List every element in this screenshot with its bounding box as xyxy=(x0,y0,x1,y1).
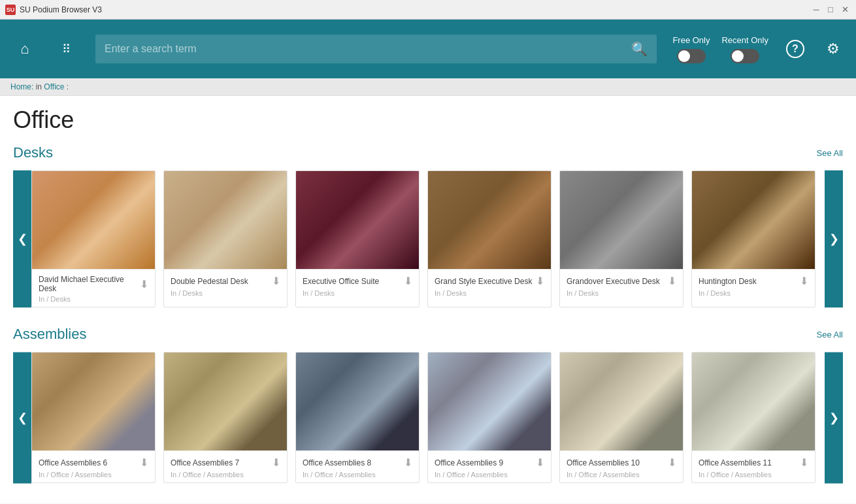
product-path: In / Office / Assemblies xyxy=(303,471,412,479)
settings-icon: ⚙ xyxy=(827,40,840,57)
product-name-row: David Michael Executive Desk⬇ xyxy=(39,275,148,293)
download-button[interactable]: ⬇ xyxy=(536,456,544,469)
product-info: Office Assemblies 11⬇In / Office / Assem… xyxy=(692,450,815,482)
download-button[interactable]: ⬇ xyxy=(668,275,676,287)
product-info: Office Assemblies 9⬇In / Office / Assemb… xyxy=(428,450,551,482)
grid-button[interactable]: ⠿ xyxy=(48,20,85,78)
product-name-row: Office Assemblies 6⬇ xyxy=(39,456,148,469)
product-card[interactable]: Office Assemblies 7⬇In / Office / Assemb… xyxy=(163,352,288,483)
product-image xyxy=(164,353,287,450)
product-info: Grandover Executive Desk⬇In / Desks xyxy=(560,269,683,301)
product-info: Office Assemblies 8⬇In / Office / Assemb… xyxy=(296,450,419,482)
carousel-left-desks[interactable]: ❮ xyxy=(13,170,31,307)
product-name-row: Office Assemblies 11⬇ xyxy=(699,456,808,469)
search-input[interactable] xyxy=(105,43,631,55)
carousel-assemblies: ❮Office Assemblies 6⬇In / Office / Assem… xyxy=(13,352,843,483)
product-path: In / Desks xyxy=(699,289,808,297)
recent-only-toggle[interactable] xyxy=(731,49,759,63)
product-image xyxy=(296,171,419,269)
product-card[interactable]: Office Assemblies 8⬇In / Office / Assemb… xyxy=(295,352,420,483)
carousel-track-assemblies: Office Assemblies 6⬇In / Office / Assemb… xyxy=(31,352,825,483)
product-name: Grandover Executive Desk xyxy=(567,277,668,286)
minimize-button[interactable]: ─ xyxy=(810,4,822,16)
product-path: In / Office / Assemblies xyxy=(567,471,676,479)
search-bar: 🔍 xyxy=(95,35,657,63)
search-button[interactable]: 🔍 xyxy=(631,41,648,57)
download-button[interactable]: ⬇ xyxy=(668,456,676,469)
product-card[interactable]: Executive Office Suite⬇In / Desks xyxy=(295,170,420,307)
product-name: Grand Style Executive Desk xyxy=(435,277,536,286)
title-bar: SU SU Podium Browser V3 ─ □ ✕ xyxy=(0,0,856,20)
product-card[interactable]: Grand Style Executive Desk⬇In / Desks xyxy=(427,170,551,307)
product-name: Double Pedestal Desk xyxy=(171,277,272,286)
carousel-desks: ❮David Michael Executive Desk⬇In / Desks… xyxy=(13,170,843,307)
breadcrumb-sep2: : xyxy=(64,82,69,91)
carousel-right-desks[interactable]: ❯ xyxy=(825,170,843,307)
product-name: Office Assemblies 9 xyxy=(435,458,536,467)
download-button[interactable]: ⬇ xyxy=(272,456,280,469)
breadcrumb: Home: in Office : xyxy=(0,78,856,96)
product-path: In / Office / Assemblies xyxy=(699,471,808,479)
window-controls: ─ □ ✕ xyxy=(810,4,851,16)
download-button[interactable]: ⬇ xyxy=(140,456,148,469)
download-button[interactable]: ⬇ xyxy=(272,275,280,287)
product-name: David Michael Executive Desk xyxy=(39,275,140,293)
product-name: Office Assemblies 6 xyxy=(39,458,140,467)
product-card[interactable]: Grandover Executive Desk⬇In / Desks xyxy=(559,170,683,307)
product-name: Office Assemblies 11 xyxy=(699,458,800,467)
app-title: SU Podium Browser V3 xyxy=(20,5,810,14)
close-button[interactable]: ✕ xyxy=(839,4,851,16)
recent-only-knob xyxy=(732,50,744,62)
product-name-row: Office Assemblies 9⬇ xyxy=(435,456,544,469)
search-icon: 🔍 xyxy=(631,42,648,56)
product-path: In / Desks xyxy=(303,289,412,297)
product-card[interactable]: Huntington Desk⬇In / Desks xyxy=(691,170,815,307)
product-path: In / Office / Assemblies xyxy=(171,471,280,479)
product-name-row: Double Pedestal Desk⬇ xyxy=(171,275,280,287)
download-button[interactable]: ⬇ xyxy=(800,275,808,287)
product-info: Huntington Desk⬇In / Desks xyxy=(692,269,815,301)
download-button[interactable]: ⬇ xyxy=(536,275,544,287)
carousel-right-assemblies[interactable]: ❯ xyxy=(825,352,843,483)
product-path: In / Office / Assemblies xyxy=(39,471,148,479)
product-image xyxy=(164,171,287,269)
carousel-left-assemblies[interactable]: ❮ xyxy=(13,352,31,483)
home-button[interactable]: ⌂ xyxy=(7,20,43,78)
free-only-toggle[interactable] xyxy=(677,49,706,63)
download-button[interactable]: ⬇ xyxy=(800,456,808,469)
download-button[interactable]: ⬇ xyxy=(404,275,412,287)
product-path: In / Office / Assemblies xyxy=(435,471,544,479)
product-name: Office Assemblies 7 xyxy=(171,458,272,467)
maximize-button[interactable]: □ xyxy=(825,4,836,16)
product-info: Double Pedestal Desk⬇In / Desks xyxy=(164,269,287,301)
product-path: In / Desks xyxy=(39,295,148,303)
free-only-knob xyxy=(678,50,690,62)
product-name-row: Office Assemblies 8⬇ xyxy=(303,456,412,469)
settings-button[interactable]: ⚙ xyxy=(817,20,849,78)
product-card[interactable]: David Michael Executive Desk⬇In / Desks xyxy=(31,170,156,307)
product-info: Office Assemblies 6⬇In / Office / Assemb… xyxy=(32,450,155,482)
product-info: Office Assemblies 10⬇In / Office / Assem… xyxy=(560,450,683,482)
download-button[interactable]: ⬇ xyxy=(140,278,148,291)
product-name-row: Executive Office Suite⬇ xyxy=(303,275,412,287)
section-header-desks: DesksSee All xyxy=(13,144,843,161)
product-card[interactable]: Office Assemblies 11⬇In / Office / Assem… xyxy=(691,352,815,483)
breadcrumb-category[interactable]: Office xyxy=(44,82,64,91)
section-header-assemblies: AssembliesSee All xyxy=(13,326,843,343)
download-button[interactable]: ⬇ xyxy=(404,456,412,469)
product-path: In / Desks xyxy=(171,289,280,297)
help-button[interactable]: ? xyxy=(779,20,812,78)
product-card[interactable]: Office Assemblies 10⬇In / Office / Assem… xyxy=(559,352,683,483)
product-image xyxy=(32,171,155,269)
sections-container: DesksSee All❮David Michael Executive Des… xyxy=(13,144,843,483)
product-card[interactable]: Office Assemblies 6⬇In / Office / Assemb… xyxy=(31,352,156,483)
product-card[interactable]: Office Assemblies 9⬇In / Office / Assemb… xyxy=(427,352,551,483)
recent-only-toggle-group: Recent Only xyxy=(721,35,768,63)
breadcrumb-home[interactable]: Home: xyxy=(10,82,33,91)
product-name-row: Grandover Executive Desk⬇ xyxy=(567,275,676,287)
product-card[interactable]: Double Pedestal Desk⬇In / Desks xyxy=(163,170,288,307)
product-info: David Michael Executive Desk⬇In / Desks xyxy=(32,269,155,307)
grid-icon: ⠿ xyxy=(62,42,72,56)
see-all-desks[interactable]: See All xyxy=(817,148,843,158)
see-all-assemblies[interactable]: See All xyxy=(817,330,843,339)
